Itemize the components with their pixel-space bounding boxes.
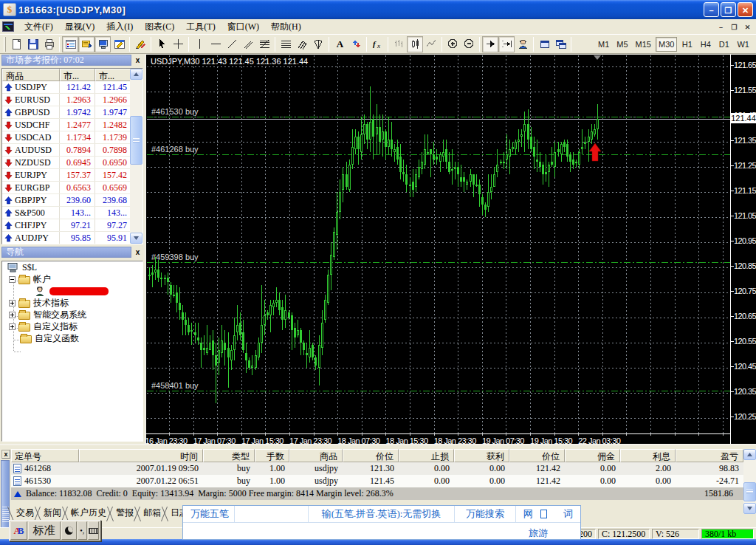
market-watch-close-icon[interactable]: x	[133, 55, 142, 65]
ime-doc-icon[interactable]	[540, 510, 547, 518]
navigator-item-智能交易系统[interactable]: 智能交易系统	[2, 309, 142, 321]
arrows-symbols-button[interactable]	[348, 36, 364, 52]
menu-item-1[interactable]: 显视(V)	[59, 18, 101, 35]
market-watch-row-eurgbp[interactable]: EURGBP0.65630.6569	[2, 182, 142, 194]
market-watch-row-nzdusd[interactable]: NZDUSD0.69450.6950	[2, 157, 142, 169]
market-watch-row-eurusd[interactable]: EURUSD1.29631.2966	[2, 94, 142, 106]
navigator-item-account[interactable]	[2, 285, 142, 297]
close-button[interactable]: ✕	[738, 2, 753, 17]
market-watch-row-chfjpy[interactable]: CHFJPY97.2197.27	[2, 219, 142, 232]
market-watch-row-audusd[interactable]: AUDUSD0.78940.7898	[2, 144, 142, 157]
chart-shift-button[interactable]	[498, 36, 515, 52]
market-watch-row-audjpy[interactable]: AUDJPY95.8595.91	[2, 232, 142, 244]
timeframe-m5-button[interactable]: M5	[614, 37, 630, 52]
terminal-tab-0[interactable]: 交易	[10, 505, 38, 521]
scroll-thumb[interactable]	[743, 482, 756, 501]
terminal-scrollbar[interactable]	[743, 449, 756, 514]
timeframe-w1-button[interactable]: W1	[734, 37, 752, 52]
timeframe-m1-button[interactable]: M1	[595, 37, 612, 52]
market-watch-row-usdchf[interactable]: USDCHF1.24771.2482	[2, 119, 142, 131]
ime-engine-name[interactable]: 万能五笔	[183, 506, 235, 522]
orders-column-lots[interactable]: 手数	[255, 449, 289, 462]
chart-bars-button[interactable]	[391, 36, 407, 52]
scroll-up-button[interactable]	[130, 69, 142, 80]
scroll-down-button[interactable]	[130, 233, 142, 244]
candlestick-chart[interactable]: #461530 buy#461268 buy#459398 buy#458401…	[147, 55, 730, 433]
market-watch-row-eurjpy[interactable]: EURJPY157.37157.42	[2, 169, 142, 182]
taskbar-edge[interactable]	[0, 539, 756, 545]
market-watch-column-header[interactable]: 市...	[60, 69, 95, 81]
fibonacci-button[interactable]	[256, 36, 272, 52]
print-button[interactable]	[41, 36, 57, 52]
ime-mode-button[interactable]: 标准	[28, 521, 61, 540]
order-row-461530[interactable]: 4615302007.01.22 06:51buy1.00usdjpy121.4…	[11, 475, 743, 487]
orders-column-sl[interactable]: 止损	[399, 449, 454, 462]
zoom-in-button[interactable]	[444, 36, 461, 52]
orders-column-time[interactable]: 时间	[79, 449, 203, 462]
ime-suggestion[interactable]: 旅游	[529, 527, 548, 540]
menu-item-0[interactable]: 文件(F)	[18, 18, 59, 35]
terminal-close-icon[interactable]: x	[1, 450, 10, 459]
expert-advisors-button[interactable]	[515, 36, 531, 52]
orders-column-order[interactable]: 定单号	[11, 449, 79, 462]
ime-word[interactable]: 词	[553, 506, 580, 522]
horizontal-levels-button[interactable]	[278, 36, 294, 52]
navigator-item-自定义函数[interactable]: 自定义函数	[2, 332, 142, 344]
mdi-minimize-button[interactable]: –	[715, 21, 727, 32]
fibo-fan-button[interactable]	[310, 36, 326, 52]
orders-column-swap[interactable]: 利息	[620, 449, 676, 462]
ime-search[interactable]: 万能搜索	[455, 506, 515, 522]
menu-item-3[interactable]: 图表(C)	[139, 18, 180, 35]
data-window-button[interactable]	[78, 36, 94, 52]
chart-line-button[interactable]	[423, 36, 439, 52]
market-watch-row-usdjpy[interactable]: USDJPY121.42121.45	[2, 81, 142, 94]
toolbar-grip[interactable]	[4, 37, 6, 52]
ime-punctuation-button[interactable]: •,	[78, 521, 87, 540]
chart-window[interactable]: #461530 buy#461268 buy#459398 buy#458401…	[145, 54, 756, 446]
mdi-close-button[interactable]: ✕	[741, 21, 754, 32]
ime-hint[interactable]: 输(五笔.拼音.英语):无需切换	[309, 506, 456, 522]
menu-item-4[interactable]: 工具(T)	[180, 18, 221, 35]
orders-column-tp[interactable]: 获利	[454, 449, 509, 462]
indicators-button[interactable]: fx	[369, 36, 385, 52]
navigator-item-自定义指标[interactable]: 自定义指标	[2, 321, 142, 332]
chart-candles-button[interactable]	[407, 36, 423, 52]
navigator-item-技术指标[interactable]: 技术指标	[2, 297, 142, 309]
orders-column-type[interactable]: 类型	[203, 449, 255, 462]
vertical-line-button[interactable]	[191, 36, 207, 52]
timeframe-d1-button[interactable]: D1	[715, 37, 732, 52]
orders-column-symbol[interactable]: 商品	[289, 449, 343, 462]
channel-button[interactable]	[240, 36, 256, 52]
navigator-button[interactable]	[94, 36, 111, 52]
ime-fullhalf-button[interactable]	[61, 521, 77, 540]
zoom-out-button[interactable]	[461, 36, 477, 52]
timeframe-m15-button[interactable]: M15	[633, 37, 654, 52]
market-watch-row-gbpusd[interactable]: GBPUSD1.97421.9747	[2, 106, 142, 119]
scroll-thumb[interactable]	[130, 116, 142, 165]
chart-price-axis[interactable]: 121.65121.55121.45121.35121.25121.15121.…	[730, 55, 756, 445]
restore-button[interactable]: ❐	[721, 2, 736, 17]
orders-column-commission[interactable]: 佣金	[565, 449, 620, 462]
market-watch-row-gbpjpy[interactable]: GBPJPY239.60239.68	[2, 194, 142, 207]
navigator-item-S$L[interactable]: S$L	[2, 261, 142, 273]
chart-window-icon[interactable]	[2, 21, 14, 32]
market-watch-title-bar[interactable]: 市场参考报价: 07:02 x	[0, 54, 145, 66]
text-label-button[interactable]: A	[331, 36, 348, 52]
navigator-close-icon[interactable]: x	[133, 247, 142, 257]
ime-logo-icon[interactable]: AB	[10, 521, 27, 540]
terminal-tab-3[interactable]: 警报	[110, 505, 137, 521]
chart-shift-marker-icon[interactable]	[594, 55, 601, 60]
market-watch-scrollbar[interactable]	[130, 69, 142, 244]
timeframe-h1-button[interactable]: H1	[678, 37, 695, 52]
horizontal-line-button[interactable]	[207, 36, 224, 52]
scroll-up-button[interactable]	[743, 449, 756, 460]
pitchfork-button[interactable]	[294, 36, 310, 52]
terminal-tab-4[interactable]: 邮箱	[137, 505, 165, 521]
orders-column-profit[interactable]: 盈亏	[676, 449, 743, 462]
menu-item-6[interactable]: 帮助(H)	[265, 18, 307, 35]
ime-keyboard-button[interactable]	[88, 521, 99, 540]
new-window-button[interactable]	[536, 36, 552, 52]
order-row-461268[interactable]: 4612682007.01.19 09:50buy1.00usdjpy121.3…	[11, 462, 743, 475]
scroll-down-button[interactable]	[743, 503, 756, 514]
cursor-button[interactable]	[154, 36, 170, 52]
